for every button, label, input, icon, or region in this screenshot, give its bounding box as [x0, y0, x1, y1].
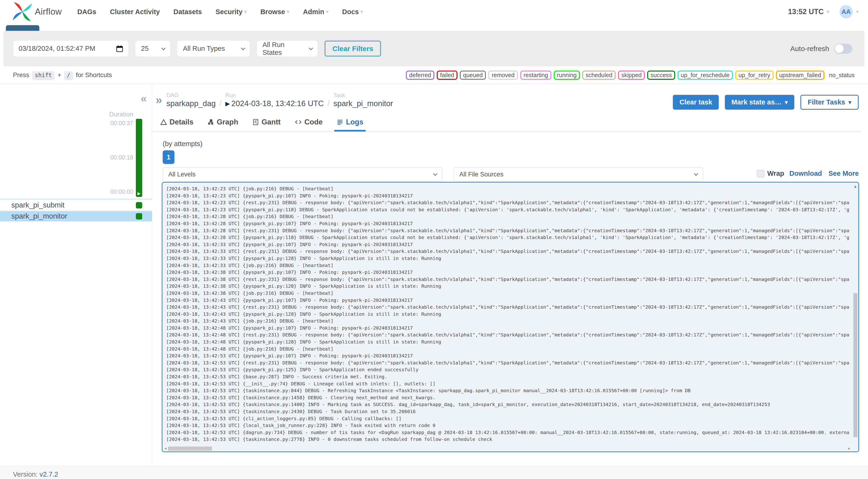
vertical-scrollbar-thumb[interactable]: [854, 293, 858, 437]
duration-tick: 00:00:18: [89, 154, 133, 161]
breadcrumb-run-label: Run: [225, 92, 324, 99]
clear-filters-button[interactable]: Clear Filters: [324, 41, 381, 57]
timezone-selector[interactable]: 13:52 UTC▾: [788, 7, 829, 16]
status-badge-up_for_retry[interactable]: up_for_retry: [735, 71, 774, 80]
log-line: [2024-03-18, 13:42:43 UTC] {pyspark_pi.p…: [166, 311, 849, 318]
filter-bar: 03/18/2024, 01:52:47 PM 25 All Run Types…: [3, 31, 865, 66]
task-status-square[interactable]: [136, 202, 142, 209]
status-badge-success[interactable]: success: [647, 71, 675, 80]
status-badge-upstream_failed[interactable]: upstream_failed: [776, 71, 825, 80]
task-name: spark_pi_submit: [11, 201, 64, 210]
download-logs-link[interactable]: Download: [789, 170, 822, 178]
warning-triangle-icon: [160, 119, 167, 125]
log-line: [2024-03-18, 13:42:43 UTC] {pyspark_pi.p…: [166, 297, 849, 304]
shortcut-hint: Press shift + / for Shortcuts: [13, 71, 112, 79]
nav-item-cluster-activity[interactable]: Cluster Activity: [110, 8, 160, 16]
status-badge-scheduled[interactable]: scheduled: [582, 71, 616, 80]
status-badge-removed[interactable]: removed: [488, 71, 518, 80]
log-line: [2024-03-18, 13:42:48 UTC] {pyspark_pi.p…: [166, 325, 849, 332]
status-badge-no_status: no_status: [827, 71, 857, 79]
log-line: [2024-03-18, 13:42:43 UTC] {rest.py:231}…: [166, 304, 849, 311]
task-status-square[interactable]: [136, 213, 142, 220]
log-line: [2024-03-18, 13:42:48 UTC] {job.py:216} …: [166, 346, 849, 353]
file-source-select[interactable]: All File Sources: [454, 167, 703, 181]
log-line: [2024-03-18, 13:42:53 UTC] {local_task_j…: [166, 422, 849, 429]
nav-item-dags[interactable]: DAGs: [78, 8, 96, 16]
dag-run-duration-bar[interactable]: ▶: [136, 119, 142, 197]
graph-icon: [208, 119, 214, 125]
tab-details[interactable]: Details: [160, 118, 193, 131]
toggle-knob: [835, 44, 844, 53]
log-line: [2024-03-18, 13:42:23 UTC] {pyspark_pi.p…: [166, 206, 849, 213]
tab-gantt[interactable]: Gantt: [252, 118, 281, 131]
chevron-down-icon: [309, 46, 313, 50]
breadcrumb-dag-value[interactable]: sparkapp_dag: [166, 99, 216, 108]
airflow-logo[interactable]: Airflow: [12, 2, 62, 22]
run-states-select[interactable]: All Run States: [257, 41, 318, 57]
log-line: [2024-03-18, 13:42:38 UTC] {pyspark_pi.p…: [166, 283, 849, 290]
log-line: [2024-03-18, 13:42:28 UTC] {job.py:216} …: [166, 213, 849, 220]
log-line: [2024-03-18, 13:42:23 UTC] {job.py:216} …: [166, 185, 849, 192]
base-date-value: 03/18/2024, 01:52:47 PM: [19, 45, 95, 53]
log-line: [2024-03-18, 13:42:28 UTC] {rest.py:231}…: [166, 227, 849, 234]
status-badge-failed[interactable]: failed: [437, 71, 458, 80]
see-more-link[interactable]: See More: [829, 170, 859, 178]
filter-tasks-button[interactable]: Filter Tasks▾: [800, 95, 859, 109]
status-badge-running[interactable]: running: [554, 71, 580, 80]
wrap-checkbox[interactable]: [757, 170, 765, 178]
task-row-spark-pi-submit[interactable]: spark_pi_submit: [0, 200, 152, 211]
log-level-select[interactable]: All Levels: [163, 167, 442, 181]
user-menu[interactable]: AA ▾: [839, 5, 859, 18]
status-badge-queued[interactable]: queued: [460, 71, 486, 80]
clear-task-button[interactable]: Clear task: [673, 95, 719, 109]
status-badge-skipped[interactable]: skipped: [618, 71, 645, 80]
log-line: [2024-03-18, 13:42:33 UTC] {job.py:216} …: [166, 262, 849, 269]
chevron-down-icon: [241, 46, 245, 50]
nav-item-security[interactable]: Security▾: [216, 8, 247, 16]
wrap-label: Wrap: [767, 170, 784, 178]
horizontal-scrollbar-thumb[interactable]: [168, 447, 212, 451]
breadcrumb-chevrons-icon: »: [156, 94, 162, 106]
log-line: [2024-03-18, 13:42:53 UTC] {pyspark_pi.p…: [166, 366, 849, 373]
status-badge-deferred[interactable]: deferred: [406, 71, 434, 80]
partially-hidden-button[interactable]: [6, 25, 39, 31]
attempt-1-button[interactable]: 1: [163, 150, 175, 164]
version-link[interactable]: v2.7.2: [39, 471, 58, 478]
log-line: [2024-03-18, 13:42:53 UTC] {taskinstance…: [166, 394, 849, 402]
breadcrumb-separator: /: [219, 99, 221, 108]
nav-item-browse[interactable]: Browse▾: [260, 8, 289, 16]
breadcrumb-task-value[interactable]: spark_pi_monitor: [333, 99, 393, 108]
chevron-down-icon: ▾: [785, 99, 788, 106]
log-line: [2024-03-18, 13:42:53 UTC] {pyspark_pi.p…: [166, 352, 849, 359]
avatar: AA: [839, 5, 853, 18]
base-date-input[interactable]: 03/18/2024, 01:52:47 PM: [13, 41, 128, 57]
scroll-up-arrow-icon[interactable]: ▴: [854, 184, 857, 189]
tab-logs[interactable]: Logs: [337, 118, 363, 131]
mark-state-as-button[interactable]: Mark state as…▾: [725, 95, 794, 109]
tab-code[interactable]: Code: [295, 118, 323, 131]
breadcrumb-separator: /: [328, 99, 330, 108]
chevron-down-icon: ▾: [361, 9, 363, 15]
auto-refresh-toggle[interactable]: [834, 44, 852, 54]
scroll-right-arrow-icon[interactable]: ▸: [848, 446, 850, 451]
collapse-sidebar-icon[interactable]: «: [141, 93, 147, 104]
slash-key-badge: /: [64, 71, 73, 79]
nav-item-admin[interactable]: Admin▾: [303, 8, 329, 16]
status-badge-restarting[interactable]: restarting: [520, 71, 551, 80]
tab-graph[interactable]: Graph: [208, 118, 238, 131]
page-size-select[interactable]: 25: [135, 41, 170, 57]
breadcrumb-run-value[interactable]: ▶2024-03-18, 13:42:16 UTC: [225, 99, 324, 108]
breadcrumb-task: Task spark_pi_monitor: [333, 92, 393, 108]
log-line: [2024-03-18, 13:42:53 UTC] {cli_action_l…: [166, 415, 849, 422]
nav-item-datasets[interactable]: Datasets: [174, 8, 202, 16]
run-types-select[interactable]: All Run Types: [177, 41, 250, 57]
sub-bar: Press shift + / for Shortcuts deferredfa…: [0, 66, 868, 84]
log-line: [2024-03-18, 13:42:53 UTC] {taskinstance…: [166, 436, 849, 443]
log-line: [2024-03-18, 13:42:38 UTC] {rest.py:231}…: [166, 276, 849, 283]
nav-item-docs[interactable]: Docs▾: [342, 8, 363, 16]
scroll-left-arrow-icon[interactable]: ◂: [164, 446, 167, 451]
log-line: [2024-03-18, 13:42:33 UTC] {rest.py:231}…: [166, 248, 849, 255]
task-row-spark-pi-monitor[interactable]: spark_pi_monitor: [0, 211, 152, 221]
log-line: [2024-03-18, 13:42:33 UTC] {pyspark_pi.p…: [166, 255, 849, 262]
status-badge-up_for_reschedule[interactable]: up_for_reschedule: [678, 71, 733, 80]
